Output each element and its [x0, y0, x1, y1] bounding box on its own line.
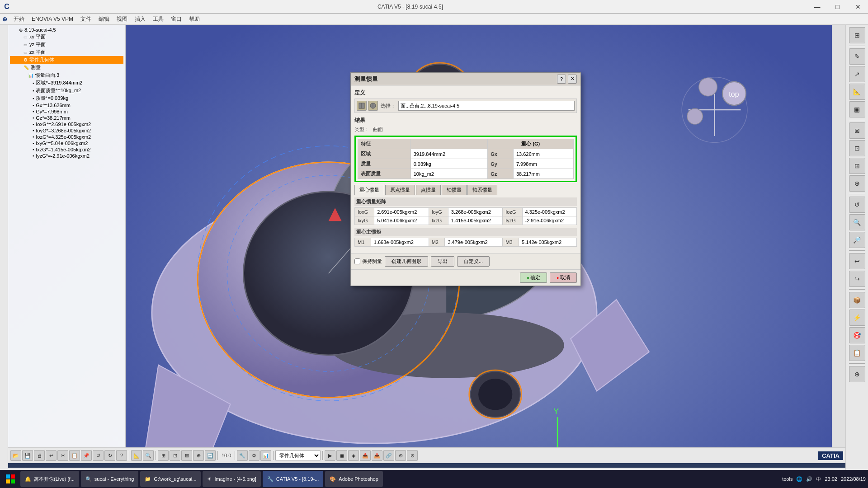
close-button[interactable]: ✕: [848, 0, 868, 14]
btool-extra1[interactable]: ▶: [325, 450, 335, 461]
tree-prop-mass[interactable]: ▪ 质量*=0.039kg: [10, 94, 123, 102]
btool-open[interactable]: 📂: [10, 450, 21, 461]
btool-save[interactable]: 💾: [22, 450, 33, 461]
create-geometry-button[interactable]: 创建几何图形: [385, 256, 428, 267]
btool-grid[interactable]: ⊞: [158, 450, 169, 461]
def-icon-1[interactable]: [357, 101, 367, 111]
tree-prop-iozg[interactable]: ▪ IozG*=4.325e-005kgxm2: [10, 134, 123, 140]
btool-snap[interactable]: ⊡: [170, 450, 180, 461]
btool-redo[interactable]: ↻: [104, 450, 115, 461]
tree-measure[interactable]: 📏 测量: [10, 64, 123, 71]
tree-prop-ixyg[interactable]: ▪ IxyG*=5.04e-006kgxm2: [10, 140, 123, 146]
btool-extra8[interactable]: ⊗: [407, 450, 418, 461]
tray-ime[interactable]: 中: [816, 476, 821, 483]
rtool-btn-6[interactable]: ⊠: [849, 122, 865, 139]
btool-print[interactable]: 🖨: [34, 450, 45, 461]
btool-extra5[interactable]: 📤: [372, 450, 382, 461]
btool-cut[interactable]: ✂: [57, 450, 68, 461]
ok-button[interactable]: 确定: [520, 272, 547, 283]
tree-inertia[interactable]: 📊 惯量曲面.3: [10, 71, 123, 79]
btool-paste[interactable]: 📌: [81, 450, 92, 461]
taskbar-item-imagine[interactable]: ☀ Imagine - [4-5.png]: [203, 471, 260, 487]
tab-center-inertia[interactable]: 重心惯量: [354, 185, 384, 195]
dialog-close-button[interactable]: ✕: [568, 75, 577, 84]
tree-yz-plane[interactable]: ▭ yz 平面: [10, 41, 123, 48]
tree-body[interactable]: ⚙ 零件几何体: [10, 56, 123, 64]
tree-prop-iyzg[interactable]: ▪ IyzG*=-2.91e-006kgxm2: [10, 153, 123, 159]
start-button[interactable]: [2, 471, 19, 487]
btool-axis[interactable]: ⊕: [193, 450, 204, 461]
export-button[interactable]: 导出: [431, 256, 454, 267]
selection-input[interactable]: [398, 101, 575, 111]
menu-edit[interactable]: 编辑: [95, 14, 113, 24]
btool-extra6[interactable]: 🔗: [383, 450, 394, 461]
tree-prop-gx[interactable]: ▪ Gx*=13.626mm: [10, 102, 123, 108]
btool-update[interactable]: 🔄: [205, 450, 216, 461]
rtool-btn-17[interactable]: ⊕: [849, 366, 865, 382]
minimize-button[interactable]: —: [807, 0, 827, 14]
rtool-btn-12[interactable]: ↪: [849, 271, 865, 287]
cancel-button[interactable]: 取消: [550, 272, 577, 283]
def-icon-2[interactable]: [368, 101, 378, 111]
btool-extra2[interactable]: ◼: [336, 450, 347, 461]
rtool-btn-14[interactable]: ⚡: [849, 310, 865, 326]
tree-xy-plane[interactable]: ▭ xy 平面: [10, 33, 123, 41]
btool-undo[interactable]: ↩: [46, 450, 57, 461]
rtool-btn-zoom-out[interactable]: 🔎: [849, 232, 865, 248]
btool-extra7[interactable]: ⊛: [395, 450, 406, 461]
btool-search[interactable]: 🔍: [143, 450, 154, 461]
btool-extra4[interactable]: 📥: [360, 450, 371, 461]
taskbar-item-everything[interactable]: 🔍 sucai - Everything: [81, 471, 138, 487]
tree-zx-plane[interactable]: ▭ zx 平面: [10, 48, 123, 56]
customize-button[interactable]: 自定义...: [457, 256, 490, 267]
rtool-btn-1[interactable]: ⊞: [849, 27, 865, 43]
menu-file[interactable]: 文件: [77, 14, 95, 24]
rtool-btn-9[interactable]: ⊕: [849, 175, 865, 192]
menu-help[interactable]: 帮助: [185, 14, 203, 24]
rtool-btn-8[interactable]: ⊞: [849, 158, 865, 174]
tree-root[interactable]: ⊕ 8.19-sucai-4.5: [10, 27, 123, 33]
taskbar-item-catia[interactable]: 🔧 CATIA V5 - [8.19-...: [263, 471, 324, 487]
tab-axis-inertia[interactable]: 轴惯量: [442, 185, 467, 195]
taskbar-item-photoshop[interactable]: 🎨 Adobe Photoshop: [325, 471, 382, 487]
menu-insert[interactable]: 插入: [131, 14, 149, 24]
tab-point-inertia[interactable]: 点惯量: [416, 185, 441, 195]
menu-view[interactable]: 视图: [113, 14, 131, 24]
body-select[interactable]: 零件几何体: [275, 450, 321, 460]
tree-prop-ixzg[interactable]: ▪ IxzG*=1.415e-005kgxm2: [10, 146, 123, 153]
rtool-btn-3[interactable]: ↗: [849, 66, 865, 82]
btool-part-icon3[interactable]: 📊: [260, 450, 271, 461]
rtool-btn-15[interactable]: 🎯: [849, 327, 865, 343]
btool-undo2[interactable]: ↺: [93, 450, 104, 461]
btool-copy[interactable]: 📋: [69, 450, 80, 461]
tree-prop-ioyg[interactable]: ▪ IoyG*=3.268e-005kgxm2: [10, 127, 123, 134]
btool-extra3[interactable]: ◈: [348, 450, 359, 461]
rtool-btn-11[interactable]: ↩: [849, 253, 865, 269]
btool-part-icon[interactable]: 🔧: [237, 450, 248, 461]
btool-help[interactable]: ?: [116, 450, 127, 461]
btool-part-icon2[interactable]: ⚙: [249, 450, 259, 461]
btool-measure[interactable]: 📐: [131, 450, 142, 461]
tree-prop-gz[interactable]: ▪ Gz*=38.217mm: [10, 115, 123, 121]
rtool-btn-2[interactable]: ✎: [849, 48, 865, 65]
btool-align[interactable]: ⊠: [181, 450, 192, 461]
dialog-help-button[interactable]: ?: [557, 75, 566, 84]
rtool-btn-rotate[interactable]: ↺: [849, 197, 865, 213]
tree-prop-area[interactable]: ▪ 区域*=3919.844mm2: [10, 79, 123, 87]
rtool-btn-zoom-in[interactable]: 🔍: [849, 214, 865, 230]
menu-enovia[interactable]: ENOVIA V5 VPM: [28, 15, 77, 23]
taskbar-item-folder[interactable]: 📁 G:\work_ug\sucai...: [140, 471, 201, 487]
keep-measure-checkbox[interactable]: 保持测量: [354, 258, 382, 265]
rtool-btn-5[interactable]: ▣: [849, 101, 865, 117]
tab-origin-inertia[interactable]: 原点惯量: [385, 185, 415, 195]
rtool-btn-16[interactable]: 📋: [849, 345, 865, 361]
maximize-button[interactable]: □: [827, 0, 848, 14]
keep-measure-check[interactable]: [354, 258, 360, 264]
rtool-btn-13[interactable]: 📦: [849, 292, 865, 308]
tab-axis-system-inertia[interactable]: 轴系惯量: [467, 185, 497, 195]
tree-prop-gy[interactable]: ▪ Gy*=7.998mm: [10, 108, 123, 115]
rtool-btn-7[interactable]: ⊡: [849, 140, 865, 156]
menu-tools[interactable]: 工具: [149, 14, 167, 24]
menu-start[interactable]: 开始: [10, 14, 28, 24]
taskbar-item-live[interactable]: 🔔 离不开你(Live) [f...: [20, 471, 79, 487]
